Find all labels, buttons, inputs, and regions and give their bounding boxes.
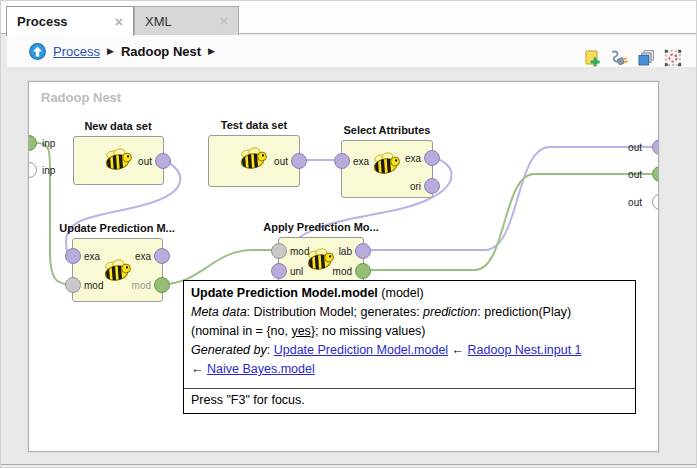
tooltip-title-suffix: (model) [378, 286, 424, 300]
tooltip-meta-text: : prediction(Play) [477, 305, 571, 319]
operator-output-port[interactable] [155, 153, 171, 169]
operator-input-port[interactable] [271, 243, 287, 259]
port-label: mod [333, 266, 352, 277]
process-canvas[interactable]: Radoop Nest inp inp out out out New data… [28, 81, 659, 452]
tooltip-meta-label: Meta data [191, 305, 247, 319]
port-label: exa [135, 251, 151, 262]
breadcrumb-current-radoop-nest[interactable]: Radoop Nest [121, 44, 201, 59]
canvas-toolbar [583, 49, 682, 67]
operator-update-prediction-model[interactable]: exa mod exa mod [72, 238, 163, 302]
operator-input-port[interactable] [65, 277, 81, 293]
tooltip-nominal-text: (nominal in = {no, [191, 324, 291, 338]
tooltip-nominal-link[interactable]: yes [291, 324, 310, 338]
port-label: exa [84, 251, 100, 262]
left-arrow-icon: ← [452, 343, 465, 357]
port-label: mod [290, 246, 309, 257]
wire-update-mod-to-apply-mod[interactable] [163, 250, 278, 284]
tooltip-generated-line-2: ← Naive Bayes.model [191, 360, 628, 379]
tooltip-generated-line: Generated by: Update Prediction Model.mo… [191, 341, 628, 360]
hive-bee-icon [102, 257, 134, 284]
port-label: out [628, 197, 642, 208]
port-label: out [138, 156, 152, 167]
operator-output-port[interactable] [355, 243, 371, 259]
operator-output-port[interactable] [424, 150, 440, 166]
tab-xml-label: XML [145, 14, 172, 29]
hive-bee-icon [238, 145, 270, 172]
add-note-icon[interactable] [583, 49, 601, 67]
operator-title-apply-prediction-model: Apply Prediction Mo... [236, 221, 406, 233]
tooltip-generated-label: Generated by [191, 343, 267, 357]
layers-icon[interactable] [637, 49, 655, 67]
port-label: out [628, 142, 642, 153]
operator-input-port[interactable] [65, 248, 81, 264]
up-arrow-icon[interactable] [29, 43, 46, 60]
tooltip-link-naive-bayes-model[interactable]: Naive Bayes.model [207, 362, 315, 376]
tab-process[interactable]: Process × [6, 6, 134, 36]
tab-bar: Process × XML × [1, 1, 697, 34]
close-icon[interactable]: × [107, 14, 123, 30]
breadcrumb: Process ▶ Radoop Nest ▶ [29, 41, 215, 61]
port-label: out [274, 156, 288, 167]
operator-output-port[interactable] [291, 153, 307, 169]
port-label: exa [405, 153, 421, 164]
hive-bee-icon [103, 146, 135, 173]
operator-output-port[interactable] [355, 263, 371, 279]
port-label: lab [339, 246, 352, 257]
tooltip-title: Update Prediction Model.model [191, 286, 378, 300]
port-tooltip: Update Prediction Model.model (model) Me… [183, 280, 636, 414]
port-label: out [628, 169, 642, 180]
process-window: Process × XML × Process ▶ Radoop Nest ▶ [0, 0, 697, 468]
port-label: inp [42, 138, 55, 149]
operator-output-port[interactable] [154, 248, 170, 264]
port-label: ori [410, 181, 421, 192]
operator-output-port[interactable] [424, 178, 440, 194]
tooltip-link-radoop-nest-input[interactable]: Radoop Nest.input 1 [468, 343, 582, 357]
tooltip-link-update-prediction-model[interactable]: Update Prediction Model.model [274, 343, 448, 357]
fit-selection-icon[interactable] [664, 49, 682, 67]
operator-title-update-prediction-model: Update Prediction M... [32, 222, 202, 234]
tooltip-nominal-text: }; no missing values) [311, 324, 426, 338]
left-arrow-icon: ← [191, 362, 204, 376]
chevron-right-icon: ▶ [107, 46, 114, 56]
port-label: unl [290, 266, 303, 277]
operator-output-port[interactable] [154, 277, 170, 293]
port-label: exa [353, 156, 369, 167]
port-label: mod [132, 280, 151, 291]
operator-title-select-attributes: Select Attributes [302, 124, 472, 136]
operator-test-data-set[interactable]: out [208, 135, 300, 187]
tooltip-nominal-line: (nominal in = {no, yes}; no missing valu… [191, 322, 628, 341]
tooltip-meta-text: : Distribution Model; generates: [247, 305, 423, 319]
tab-process-label: Process [17, 14, 68, 29]
operator-input-port[interactable] [334, 153, 350, 169]
chevron-right-icon: ▶ [208, 46, 215, 56]
port-label: mod [84, 280, 103, 291]
tab-xml[interactable]: XML × [134, 6, 239, 35]
operator-select-attributes[interactable]: exa exa ori [341, 140, 433, 198]
tooltip-title-line: Update Prediction Model.model (model) [191, 284, 628, 303]
tooltip-meta-line: Meta data: Distribution Model; generates… [191, 303, 628, 322]
operator-new-data-set[interactable]: out [73, 136, 164, 185]
breadcrumb-link-process[interactable]: Process [53, 44, 100, 59]
hive-bee-icon [371, 150, 403, 177]
tooltip-footer: Press "F3" for focus. [184, 388, 635, 413]
tooltip-generated-colon: : [267, 343, 274, 357]
left-margin-strip [1, 35, 7, 67]
tooltip-meta-em: prediction [423, 305, 477, 319]
port-label: inp [42, 165, 55, 176]
operator-input-port[interactable] [271, 263, 287, 279]
connections-plug-icon[interactable] [610, 49, 628, 67]
close-icon[interactable]: × [212, 13, 228, 29]
